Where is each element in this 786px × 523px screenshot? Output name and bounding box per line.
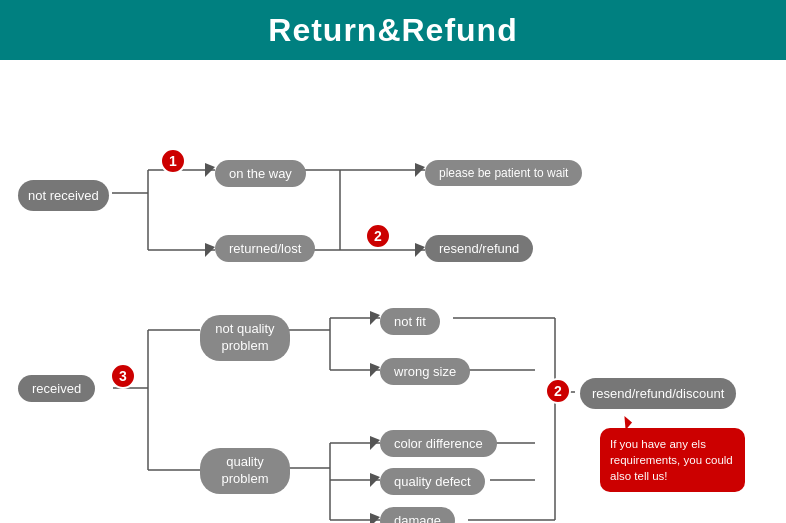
pill-wrong-size: wrong size	[380, 358, 470, 385]
pill-not-quality-problem: not quality problem	[200, 315, 290, 361]
pill-not-received: not received	[18, 180, 109, 211]
pill-received: received	[18, 375, 95, 402]
svg-marker-10	[205, 243, 215, 257]
svg-marker-21	[370, 311, 380, 325]
page-title: Return&Refund	[268, 12, 517, 49]
badge-2-bottom: 2	[545, 378, 571, 404]
speech-bubble: If you have any els requirements, you co…	[600, 428, 745, 492]
svg-marker-9	[205, 163, 215, 177]
pill-quality-defect: quality defect	[380, 468, 485, 495]
svg-marker-12	[415, 243, 425, 257]
pill-on-the-way: on the way	[215, 160, 306, 187]
svg-marker-29	[370, 473, 380, 487]
svg-marker-28	[370, 436, 380, 450]
badge-3: 3	[110, 363, 136, 389]
pill-returned-lost: returned/lost	[215, 235, 315, 262]
badge-2-top: 2	[365, 223, 391, 249]
badge-1: 1	[160, 148, 186, 174]
svg-marker-22	[370, 363, 380, 377]
pill-color-difference: color difference	[380, 430, 497, 457]
pill-resend-refund-discount: resend/refund/discount	[580, 378, 736, 409]
main-content: not received 1 on the way returned/lost …	[0, 60, 786, 523]
pill-quality-problem: quality problem	[200, 448, 290, 494]
header: Return&Refund	[0, 0, 786, 60]
pill-damage: damage	[380, 507, 455, 523]
svg-marker-30	[370, 513, 380, 523]
pill-not-fit: not fit	[380, 308, 440, 335]
pill-resend-refund-top: resend/refund	[425, 235, 533, 262]
page-wrapper: Return&Refund	[0, 0, 786, 523]
pill-please-patient: please be patient to wait	[425, 160, 582, 186]
svg-marker-11	[415, 163, 425, 177]
